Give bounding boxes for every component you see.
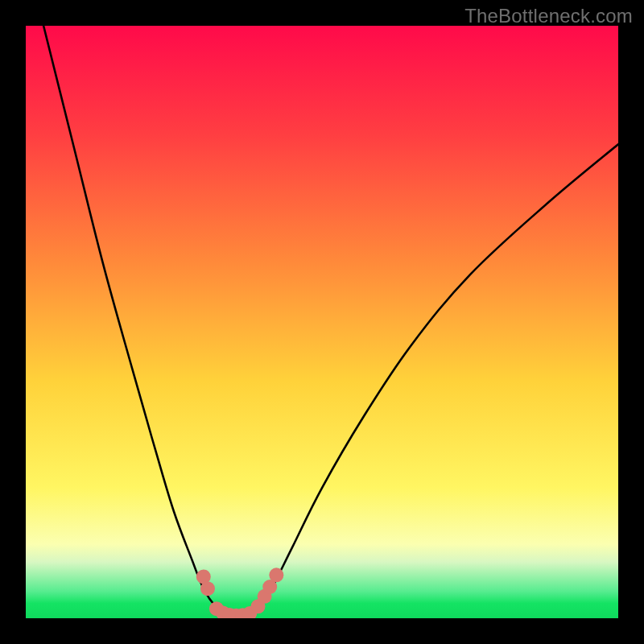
chart-svg — [26, 26, 618, 618]
marker-dot — [269, 568, 283, 582]
marker-dot — [200, 581, 215, 596]
gradient-background — [26, 26, 618, 618]
chart-frame: TheBottleneck.com — [0, 0, 644, 644]
watermark-text: TheBottleneck.com — [464, 5, 633, 27]
plot-area — [26, 26, 618, 618]
